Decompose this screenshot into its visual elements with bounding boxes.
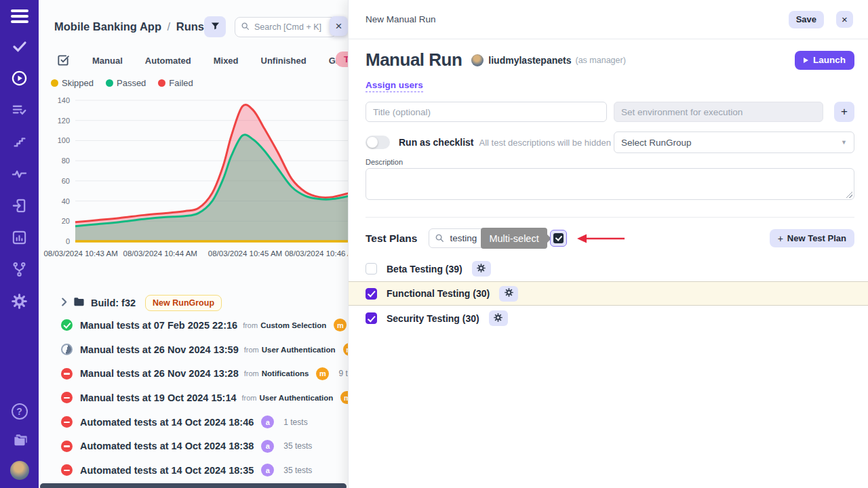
run-tests-count: 1 tests bbox=[283, 418, 307, 427]
svg-text:20: 20 bbox=[62, 217, 70, 225]
plan-settings-gear-icon[interactable] bbox=[472, 261, 491, 277]
cut-off-badge[interactable]: T bbox=[336, 52, 348, 67]
tab-unfinished[interactable]: Unfinished bbox=[261, 56, 307, 66]
chevron-right-icon[interactable] bbox=[61, 297, 67, 309]
svg-text:40: 40 bbox=[62, 197, 70, 205]
failed-dot-icon bbox=[158, 79, 165, 87]
search-input[interactable] bbox=[254, 22, 330, 32]
projects-folders-icon[interactable] bbox=[11, 431, 28, 449]
runs-play-icon[interactable] bbox=[11, 69, 28, 87]
rungroup-select[interactable]: Select RunGroup ▼ bbox=[614, 131, 854, 153]
run-list-item[interactable]: Manual tests at 26 Nov 2024 13:28 from N… bbox=[61, 361, 348, 386]
run-list-item[interactable]: Manual tests at 19 Oct 2024 15:14 from U… bbox=[61, 386, 348, 410]
runs-tabs: Manual Automated Mixed Unfinished Groups… bbox=[39, 54, 348, 67]
title-field[interactable] bbox=[366, 102, 607, 122]
analytics-icon[interactable] bbox=[11, 228, 28, 246]
test-plans-heading: Test Plans bbox=[366, 232, 417, 245]
run-list-item[interactable]: Automated tests at 14 Oct 2024 18:38 a 3… bbox=[61, 434, 348, 458]
legend-item-failed[interactable]: Failed bbox=[158, 78, 193, 88]
run-source: User Authentication bbox=[260, 394, 334, 402]
description-label: Description bbox=[366, 158, 854, 166]
launch-button[interactable]: Launch bbox=[795, 51, 854, 70]
status-in-progress-icon bbox=[61, 344, 73, 355]
test-plans-icon[interactable] bbox=[11, 101, 28, 119]
status-passed-icon bbox=[61, 319, 73, 331]
tasks-check-icon[interactable] bbox=[11, 37, 28, 55]
multi-select-tooltip: Multi-select bbox=[481, 228, 547, 249]
automated-badge: a bbox=[261, 464, 274, 476]
plan-name[interactable]: Functional Testing (30) bbox=[387, 288, 490, 299]
rungroup-row[interactable]: Build: f32 New RunGroup bbox=[61, 293, 348, 313]
settings-gear-icon[interactable] bbox=[11, 292, 28, 310]
manual-badge: m bbox=[334, 319, 347, 331]
run-title: Manual tests at 26 Nov 2024 13:28 bbox=[80, 368, 239, 379]
run-title: Manual tests at 26 Nov 2024 13:59 bbox=[80, 344, 239, 355]
run-source: Notifications bbox=[262, 369, 309, 378]
tab-mixed[interactable]: Mixed bbox=[214, 56, 239, 66]
modal-header: New Manual Run Save × bbox=[349, 0, 868, 39]
plan-name[interactable]: Beta Testing (39) bbox=[387, 264, 462, 274]
test-plan-row-selected[interactable]: Security Testing (30) bbox=[366, 308, 854, 329]
help-icon[interactable]: ? bbox=[12, 403, 28, 420]
run-from-label: from bbox=[242, 394, 257, 402]
collapse-panel-button[interactable]: × bbox=[330, 16, 348, 36]
test-plans-search: Multi-select bbox=[429, 228, 544, 248]
run-source: User Authentication bbox=[262, 346, 336, 354]
plus-icon: + bbox=[778, 233, 783, 244]
close-icon[interactable]: × bbox=[836, 11, 853, 28]
svg-text:120: 120 bbox=[58, 117, 70, 125]
activity-icon[interactable] bbox=[11, 165, 28, 182]
plan-checkbox-unchecked[interactable] bbox=[366, 263, 377, 274]
resize-handle[interactable] bbox=[846, 192, 852, 198]
menu-icon[interactable] bbox=[11, 9, 28, 23]
chart-legend: Skipped Passed Failed bbox=[50, 78, 348, 88]
svg-text:0: 0 bbox=[66, 237, 70, 245]
test-plans-list: Beta Testing (39) Functional Testing (30… bbox=[366, 258, 854, 329]
breadcrumb-separator: / bbox=[167, 20, 171, 33]
breadcrumb-project[interactable]: Mobile Banking App bbox=[54, 20, 161, 33]
run-tests-count: 35 tests bbox=[283, 441, 312, 451]
plan-checkbox-checked[interactable] bbox=[366, 312, 377, 324]
tab-automated[interactable]: Automated bbox=[145, 56, 191, 66]
test-plan-row[interactable]: Beta Testing (39) bbox=[366, 258, 854, 279]
runs-panel: Mobile Banking App / Runs × Manual Autom… bbox=[39, 0, 348, 488]
svg-text:60: 60 bbox=[62, 177, 70, 185]
new-test-plan-button[interactable]: + New Test Plan bbox=[770, 229, 854, 247]
run-as-checklist-toggle[interactable] bbox=[366, 136, 390, 149]
plan-name[interactable]: Security Testing (30) bbox=[387, 313, 479, 324]
report-checkbox-icon[interactable] bbox=[56, 54, 70, 67]
assign-users-link[interactable]: Assign users bbox=[366, 80, 423, 92]
branches-icon[interactable] bbox=[11, 260, 28, 278]
tab-manual[interactable]: Manual bbox=[92, 56, 123, 66]
legend-item-passed[interactable]: Passed bbox=[106, 78, 146, 88]
run-list-item[interactable]: Manual tests at 07 Feb 2025 22:16 from C… bbox=[61, 313, 348, 338]
run-tests-count: 35 tests bbox=[283, 466, 312, 475]
steps-icon[interactable] bbox=[11, 133, 28, 150]
new-rungroup-badge[interactable]: New RunGroup bbox=[145, 295, 222, 311]
run-title: Manual tests at 07 Feb 2025 22:16 bbox=[80, 320, 237, 331]
user-avatar[interactable] bbox=[10, 461, 29, 480]
automated-badge: a bbox=[261, 440, 274, 453]
environment-field[interactable] bbox=[614, 102, 823, 122]
run-list-item[interactable]: Automated tests at 14 Oct 2024 18:35 a 3… bbox=[61, 458, 348, 483]
run-list-item[interactable]: Automated tests at 14 Oct 2024 18:46 a 1… bbox=[61, 410, 348, 434]
multi-select-button[interactable] bbox=[550, 230, 567, 247]
plan-settings-gear-icon[interactable] bbox=[499, 286, 518, 302]
plan-settings-gear-icon[interactable] bbox=[489, 310, 508, 326]
filter-button[interactable] bbox=[204, 16, 226, 37]
test-plan-row-selected[interactable]: Functional Testing (30) bbox=[349, 281, 868, 306]
run-list: Build: f32 New RunGroup Manual tests at … bbox=[39, 293, 348, 483]
breadcrumb: Mobile Banking App / Runs bbox=[54, 20, 204, 33]
import-icon[interactable] bbox=[11, 197, 28, 214]
horizontal-scrollbar[interactable] bbox=[40, 483, 347, 488]
description-field[interactable] bbox=[366, 168, 854, 200]
run-list-item[interactable]: Manual tests at 26 Nov 2024 13:59 from U… bbox=[61, 338, 348, 362]
save-button[interactable]: Save bbox=[789, 11, 824, 28]
manager-name[interactable]: liudmylastepanets bbox=[488, 55, 571, 66]
x-axis-label: 08/03/2024 10:44 AM bbox=[123, 249, 197, 258]
divider bbox=[366, 217, 854, 218]
legend-item-skipped[interactable]: Skipped bbox=[51, 78, 94, 88]
add-environment-button[interactable]: + bbox=[834, 102, 854, 122]
plan-checkbox-checked[interactable] bbox=[366, 288, 377, 300]
manager-role: (as manager) bbox=[576, 56, 626, 65]
